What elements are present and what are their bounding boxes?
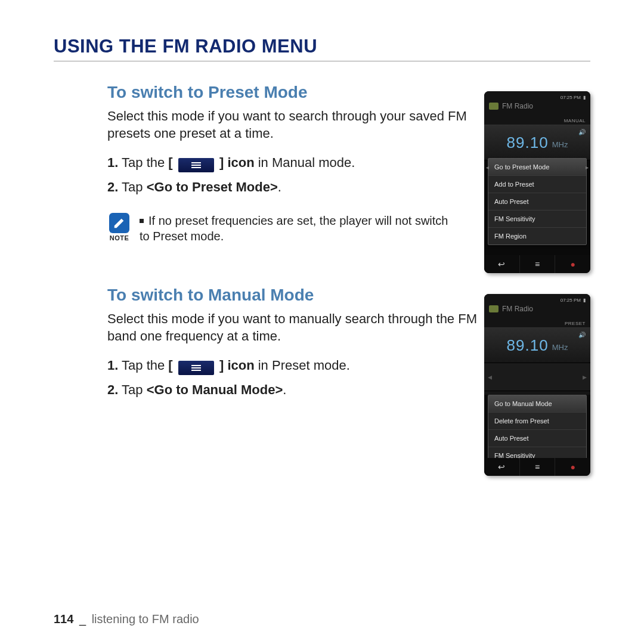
status-time: 07:25 PM xyxy=(561,298,581,303)
step-number: 1. xyxy=(107,358,118,373)
radio-icon xyxy=(489,305,499,312)
menu-item-add-preset[interactable]: Add to Preset xyxy=(488,176,586,193)
device-navbar: ↩ ≡ ● xyxy=(484,458,590,476)
menu-button[interactable]: ≡ xyxy=(520,255,556,273)
record-button[interactable]: ● xyxy=(555,458,590,476)
battery-icon: ▮ xyxy=(583,298,586,303)
context-menu: ◂Go to Preset Mode▸ Add to Preset Auto P… xyxy=(488,158,587,245)
step-text-bold: <Go to Preset Mode> xyxy=(147,179,278,194)
app-label: FM Radio xyxy=(502,305,533,313)
note-label: NOTE xyxy=(110,234,129,242)
frequency-value: 89.10 xyxy=(507,336,549,355)
frequency-unit: MHz xyxy=(552,140,568,149)
bracket-close: ] xyxy=(216,155,228,170)
menu-icon xyxy=(178,361,214,375)
step-number: 2. xyxy=(107,179,118,194)
menu-item-auto-preset[interactable]: Auto Preset xyxy=(488,430,586,447)
record-button[interactable]: ● xyxy=(555,255,590,273)
note-block: NOTE If no preset frequencies are set, t… xyxy=(107,213,453,244)
section-manual-mode: To switch to Manual Mode Select this mod… xyxy=(107,286,590,398)
bracket-open: [ xyxy=(168,155,176,170)
device-navbar: ↩ ≡ ● xyxy=(484,255,590,273)
section-preset-mode: To switch to Preset Mode Select this mod… xyxy=(107,83,590,244)
menu-item-fm-region[interactable]: FM Region xyxy=(488,228,586,244)
step-number: 2. xyxy=(107,382,118,397)
menu-item-go-manual[interactable]: Go to Manual Mode xyxy=(488,395,586,413)
note-body: If no preset frequencies are set, the pl… xyxy=(140,214,448,243)
menu-item-auto-preset[interactable]: Auto Preset xyxy=(488,193,586,210)
step-text: Tap the xyxy=(122,358,168,373)
radio-icon xyxy=(489,103,499,110)
mode-tag: PRESET xyxy=(565,321,586,326)
device-screenshot-b: 07:25 PM▮ FM Radio PRESET 🔊 89.10 MHz ◂▸… xyxy=(484,294,590,476)
note-icon: NOTE xyxy=(107,213,131,242)
mode-tag: MANUAL xyxy=(564,118,586,123)
battery-icon: ▮ xyxy=(583,95,586,100)
menu-item-delete-preset[interactable]: Delete from Preset xyxy=(488,413,586,430)
menu-button[interactable]: ≡ xyxy=(520,458,556,476)
frequency-unit: MHz xyxy=(552,343,568,352)
menu-item-fm-sensitivity[interactable]: FM Sensitivity xyxy=(488,210,586,228)
step-text-bold: icon xyxy=(227,155,254,170)
page-title: USING THE FM RADIO MENU xyxy=(54,36,590,61)
speaker-icon: 🔊 xyxy=(578,332,586,338)
device-screenshot-a: 07:25 PM▮ FM Radio MANUAL 🔊 89.10 MHz ◂G… xyxy=(484,91,590,273)
section1-intro: Select this mode if you want to search t… xyxy=(107,108,477,142)
step-text: in Preset mode. xyxy=(255,358,350,373)
step-text-bold: icon xyxy=(227,358,254,373)
menu-item-go-preset[interactable]: ◂Go to Preset Mode▸ xyxy=(488,159,586,176)
tuning-bar: ◂▸ xyxy=(484,363,590,391)
section2-intro: Select this mode if you want to manually… xyxy=(107,311,477,345)
footer-separator: _ xyxy=(79,612,86,626)
app-label: FM Radio xyxy=(502,102,533,110)
step-text: Tap xyxy=(122,382,147,397)
step-text: Tap xyxy=(122,179,147,194)
page-footer: 114 _ listening to FM radio xyxy=(54,612,199,626)
back-button[interactable]: ↩ xyxy=(484,458,520,476)
status-time: 07:25 PM xyxy=(561,95,581,100)
menu-item-label: Go to Preset Mode xyxy=(494,163,549,171)
bracket-close: ] xyxy=(216,358,228,373)
bracket-open: [ xyxy=(168,358,176,373)
step-text: Tap the xyxy=(122,155,168,170)
chapter-name: listening to FM radio xyxy=(92,612,199,626)
note-text: If no preset frequencies are set, the pl… xyxy=(140,213,453,244)
menu-icon xyxy=(178,158,214,172)
step-text-bold: <Go to Manual Mode> xyxy=(147,382,283,397)
step-text: in Manual mode. xyxy=(255,155,355,170)
page-number: 114 xyxy=(54,612,73,626)
step-number: 1. xyxy=(107,155,118,170)
step-text: . xyxy=(278,179,281,194)
back-button[interactable]: ↩ xyxy=(484,255,520,273)
speaker-icon: 🔊 xyxy=(578,129,586,135)
frequency-value: 89.10 xyxy=(507,134,549,152)
step-text: . xyxy=(283,382,286,397)
bullet-icon xyxy=(140,219,144,223)
